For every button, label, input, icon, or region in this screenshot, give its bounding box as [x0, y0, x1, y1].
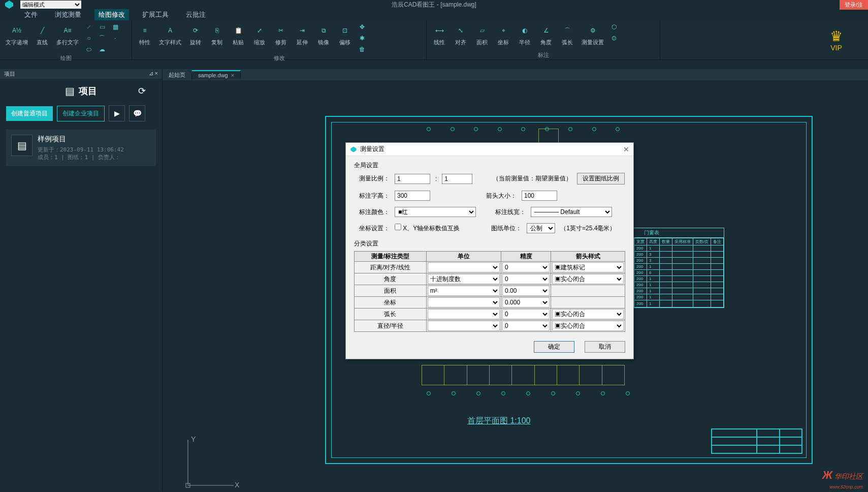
tool-explode-icon[interactable]: ✱ [358, 34, 367, 43]
ratio-input-2[interactable] [442, 174, 472, 184]
cls-arrow-select[interactable]: ▣实心闭合 [552, 321, 624, 331]
watermark: Ж 华印社区 www.52cnp.com [822, 469, 863, 490]
line-width-select[interactable]: ———— Default [531, 207, 612, 217]
cls-precision-select[interactable]: 0 [502, 274, 550, 284]
global-section-label: 全局设置 [354, 161, 625, 170]
tab-cloud-annotate[interactable]: 云批注 [182, 9, 210, 20]
cls-unit-select[interactable] [428, 297, 500, 308]
cls-arrow-select[interactable]: ▣建筑标记 [552, 262, 624, 272]
tab-sample-dwg[interactable]: sample.dwg × [192, 70, 241, 79]
tool-dim-coord[interactable]: ⌖坐标 [495, 22, 512, 47]
cls-precision-select[interactable]: 0 [502, 309, 550, 319]
tool-scale[interactable]: ⤢缩放 [251, 22, 268, 47]
ribbon-group-draw: A½文字递增 ╱直线 A≡多行文字 ⟋ ○ ⬭ ▭ ⌒ ☁ ▦ · 绘图 [0, 20, 132, 59]
tab-home[interactable]: 起始页 [163, 70, 192, 80]
tool-trim[interactable]: ✂修剪 [272, 22, 290, 47]
tab-close-icon[interactable]: × [231, 72, 234, 78]
dialog-titlebar[interactable]: 测量设置 ✕ [346, 143, 633, 156]
cls-header: 精度 [501, 252, 551, 262]
project-card[interactable]: ▤ 样例项目 更新于：2023-09-11 13:06:42 成员：1 | 图纸… [6, 130, 156, 166]
mode-selector[interactable]: 编辑模式 [20, 1, 81, 9]
cls-arrow-select[interactable]: ▣实心闭合 [552, 309, 624, 319]
cls-unit-select[interactable] [428, 321, 500, 331]
tool-polyline-icon[interactable]: ⟋ [84, 22, 93, 32]
tool-rotate[interactable]: ⟳旋转 [187, 22, 204, 47]
cls-unit-select[interactable] [428, 309, 500, 319]
create-enterprise-button[interactable]: 创建企业项目 [57, 106, 105, 121]
window-title: 浩辰CAD看图王 - [sample.dwg] [392, 1, 476, 9]
play-button[interactable]: ▶ [109, 105, 125, 121]
coord-swap-checkbox[interactable]: X、Y轴坐标数值互换 [395, 224, 460, 233]
ok-button[interactable]: 确定 [534, 341, 574, 353]
tool-offset[interactable]: ⊡偏移 [336, 22, 353, 47]
tool-delete-icon[interactable]: 🗑 [358, 45, 367, 54]
tab-draw-modify[interactable]: 绘图修改 [94, 9, 129, 20]
tool-properties[interactable]: ≡特性 [136, 22, 153, 47]
cls-unit-select[interactable] [428, 262, 500, 272]
cls-precision-select[interactable]: 0.00 [502, 286, 550, 296]
tool-dim-area[interactable]: ▱面积 [473, 22, 491, 47]
cls-header: 单位 [426, 252, 501, 262]
tool-dim-linear[interactable]: ⟷线性 [431, 22, 448, 47]
color-select[interactable]: ■红 [395, 207, 476, 217]
tool-mtext[interactable]: A≡多行文字 [55, 22, 80, 47]
ratio-hint: （当前测量值：期望测量值） [493, 174, 572, 183]
app-logo [3, 0, 15, 11]
cancel-button[interactable]: 取消 [585, 341, 625, 353]
refresh-icon[interactable]: ⟳ [138, 85, 146, 97]
text-height-label: 标注字高： [359, 192, 390, 200]
tool-arc-icon[interactable]: ⌒ [98, 34, 107, 43]
tool-extend[interactable]: ⇥延伸 [294, 22, 311, 47]
tool-point-icon[interactable]: · [111, 34, 120, 43]
tab-extend-tools[interactable]: 扩展工具 [138, 9, 173, 20]
tab-file[interactable]: 文件 [20, 9, 42, 20]
vip-badge[interactable]: ♛ VIP [830, 29, 843, 52]
tool-dim-arc[interactable]: ⌒弧长 [559, 22, 576, 47]
dialog-title-text: 测量设置 [360, 145, 384, 153]
project-panel: 项目 ⊿ × ▤ 项目 ⟳ 创建普通项目 创建企业项目 ▶ 💬 ▤ 样例项目 更… [0, 69, 163, 491]
menu-tabs: 文件 浏览测量 绘图修改 扩展工具 云批注 [0, 9, 868, 20]
unit-hint: （1英寸=25.4毫米） [560, 224, 616, 233]
tool-dim-extra2-icon[interactable]: ⊙ [609, 34, 619, 43]
text-height-input[interactable] [395, 191, 430, 201]
chat-button[interactable]: 💬 [129, 105, 145, 121]
tool-text-increment[interactable]: A½文字递增 [4, 22, 29, 47]
tool-mirror[interactable]: ⧉镜像 [315, 22, 332, 47]
tool-revcloud-icon[interactable]: ☁ [98, 45, 107, 54]
tool-move-icon[interactable]: ✥ [358, 22, 367, 32]
ratio-input-1[interactable] [395, 174, 430, 184]
dialog-icon [350, 146, 357, 153]
tool-textstyle[interactable]: A文字样式 [157, 22, 183, 47]
cls-row: 弧长0▣实心闭合 [355, 309, 625, 320]
tool-dim-aligned[interactable]: ⤡对齐 [452, 22, 469, 47]
tool-copy[interactable]: ⎘复制 [208, 22, 226, 47]
panel-pin-icon[interactable]: ⊿ × [149, 70, 158, 78]
cls-precision-select[interactable]: 0.000 [502, 297, 550, 308]
login-button[interactable]: 登录/注 [840, 0, 868, 10]
arrow-size-input[interactable] [522, 191, 557, 201]
tool-ellipse-icon[interactable]: ⬭ [84, 45, 93, 54]
cls-precision-select[interactable]: 0 [502, 262, 550, 272]
create-normal-button[interactable]: 创建普通项目 [6, 106, 53, 121]
tool-dim-extra1-icon[interactable]: ⬡ [609, 22, 619, 32]
cls-arrow-select[interactable]: ▣实心闭合 [552, 274, 624, 284]
dialog-close-button[interactable]: ✕ [623, 145, 629, 153]
arrow-size-label: 箭头大小： [486, 192, 517, 200]
crown-icon: ♛ [830, 29, 843, 44]
cls-unit-select[interactable]: m² [428, 286, 500, 296]
tool-rect-icon[interactable]: ▭ [98, 22, 107, 32]
cls-unit-select[interactable]: 十进制度数 [428, 274, 500, 284]
measure-settings-dialog: 测量设置 ✕ 全局设置 测量比例： : （当前测量值：期望测量值） 设置图纸比例… [345, 142, 634, 359]
tool-block-icon[interactable]: ▦ [111, 22, 120, 32]
cls-precision-select[interactable]: 0 [502, 321, 550, 331]
tool-circle-icon[interactable]: ○ [84, 34, 93, 43]
plan-bottom [422, 365, 625, 385]
set-ratio-button[interactable]: 设置图纸比例 [577, 173, 625, 184]
tool-line[interactable]: ╱直线 [34, 22, 51, 47]
tab-view-measure[interactable]: 浏览测量 [51, 9, 85, 20]
tool-measure-settings[interactable]: ⚙测量设置 [580, 22, 605, 47]
tool-paste[interactable]: 📋粘贴 [230, 22, 247, 47]
tool-dim-angle[interactable]: ∠角度 [537, 22, 555, 47]
tool-dim-radius[interactable]: ◐半径 [516, 22, 533, 47]
unit-select[interactable]: 公制 [527, 223, 555, 233]
